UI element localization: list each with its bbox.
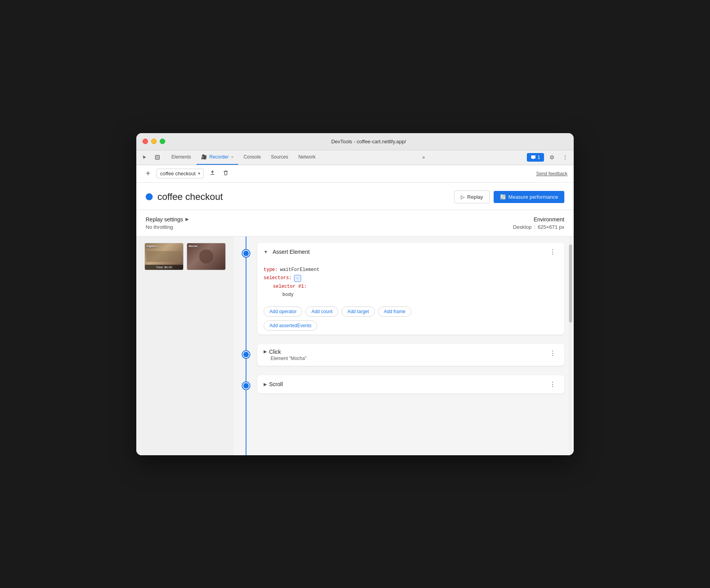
header-actions: ▷ Replay 🔄 Measure performance: [454, 191, 564, 203]
scrollbar[interactable]: [569, 237, 572, 455]
assert-element-code: type: waitForElement selectors: ↖ select…: [257, 261, 564, 303]
inspect-icon-btn[interactable]: [152, 152, 163, 163]
thumbnail-1[interactable]: Capucc... Total: $0.00: [144, 243, 184, 270]
add-target-button[interactable]: Add target: [341, 306, 375, 317]
scroll-step-content: ▶ Scroll ⋮: [257, 375, 564, 394]
close-button[interactable]: [143, 139, 148, 144]
scrollbar-thumb[interactable]: [569, 244, 572, 323]
click-step: ▶ Click Element "Mocha" ⋮: [234, 344, 574, 366]
code-type-value: waitForElement: [280, 266, 319, 274]
measure-icon: 🔄: [500, 194, 506, 200]
scroll-step-title: Scroll: [269, 381, 283, 387]
settings-left: Replay settings ▶ No throttling: [146, 216, 189, 230]
assert-element-header: ▼ Assert Element ⋮: [257, 243, 564, 261]
svg-rect-1: [156, 156, 159, 159]
click-expand-icon[interactable]: ▶: [264, 349, 267, 354]
tab-elements[interactable]: Elements: [167, 150, 196, 165]
thumbnail-strip: Capucc... Total: $0.00 Mocha: [144, 243, 226, 270]
code-type-line: type: waitForElement: [264, 266, 558, 274]
thumbnail-2[interactable]: Mocha: [187, 243, 226, 270]
toolbar-actions: [207, 168, 231, 179]
thumb1-label: Total: $0.00: [145, 265, 183, 270]
maximize-button[interactable]: [160, 139, 165, 144]
scroll-step-inner: ▶ Scroll: [264, 381, 547, 387]
selector-icon: ↖: [294, 275, 301, 282]
settings-right: Environment Desktop | 625×671 px: [513, 216, 564, 230]
minimize-button[interactable]: [151, 139, 157, 144]
assert-action-buttons: Add operator Add count Add target Add fr…: [257, 303, 564, 321]
tab-recorder[interactable]: 🎥 Recorder ×: [196, 150, 238, 165]
more-tabs-icon[interactable]: »: [420, 153, 427, 162]
assert-element-menu-icon[interactable]: ⋮: [547, 248, 558, 257]
assert-step-dot: [243, 250, 250, 257]
replay-settings-arrow-icon: ▶: [186, 217, 189, 222]
scroll-expand-icon[interactable]: ▶: [264, 382, 267, 387]
scroll-step-title-row: ▶ Scroll: [264, 381, 547, 387]
assert-element-step: ▼ Assert Element ⋮ type: waitForElement: [234, 243, 574, 335]
thumb1-cup: [146, 251, 182, 262]
tab-console[interactable]: Console: [239, 150, 266, 165]
chat-button[interactable]: 1: [527, 153, 544, 162]
tab-network-label: Network: [298, 154, 316, 160]
assert-expand-icon[interactable]: ▼: [264, 249, 268, 254]
tab-recorder-close-icon[interactable]: ×: [231, 155, 233, 159]
tab-elements-label: Elements: [171, 154, 191, 160]
add-frame-button[interactable]: Add frame: [378, 306, 411, 317]
assert-element-title: Assert Element: [273, 249, 544, 255]
replay-settings-toggle[interactable]: Replay settings ▶: [146, 216, 189, 223]
settings-icon-btn[interactable]: ⚙: [546, 152, 557, 163]
thumb2-cup: [199, 249, 213, 264]
devtools-window: DevTools - coffee-cart.netlify.app/ Elem…: [136, 133, 574, 455]
chevron-down-icon: ▾: [198, 171, 200, 176]
export-icon: [209, 170, 216, 178]
add-asserted-events-button[interactable]: Add assertedEvents: [264, 321, 317, 331]
tab-network[interactable]: Network: [294, 150, 320, 165]
title-bar: DevTools - coffee-cart.netlify.app/: [136, 133, 574, 150]
environment-label: Environment: [513, 216, 564, 223]
delete-button[interactable]: [220, 168, 231, 179]
steps-panel: ▼ Assert Element ⋮ type: waitForElement: [234, 237, 574, 455]
thumb2-title: Mocha: [189, 245, 224, 248]
tab-recorder-label: Recorder: [209, 154, 228, 160]
code-body-line: body: [264, 291, 558, 299]
code-selectors-line: selectors: ↖: [264, 274, 558, 283]
code-body-value: body: [282, 291, 294, 299]
recorder-toolbar: + coffee checkout ▾ Send feedback: [136, 165, 574, 183]
export-button[interactable]: [207, 168, 218, 179]
measure-label: Measure performance: [508, 194, 558, 200]
replay-settings-label: Replay settings: [146, 216, 183, 223]
dimensions-label: 625×671 px: [538, 224, 564, 230]
recording-title: coffee checkout: [157, 191, 454, 202]
settings-bar: Replay settings ▶ No throttling Environm…: [136, 210, 574, 237]
more-options-icon-btn[interactable]: ⋮: [560, 152, 571, 163]
click-step-subtitle: Element "Mocha": [271, 356, 547, 361]
more-options-icon: ⋮: [562, 154, 568, 160]
assert-element-content: ▼ Assert Element ⋮ type: waitForElement: [257, 243, 564, 335]
thumbnail-panel: Capucc... Total: $0.00 Mocha: [136, 237, 234, 455]
add-recording-button[interactable]: +: [143, 168, 153, 179]
window-title: DevTools - coffee-cart.netlify.app/: [170, 139, 567, 144]
tab-sources[interactable]: Sources: [266, 150, 293, 165]
send-feedback-link[interactable]: Send feedback: [536, 171, 567, 176]
add-operator-button[interactable]: Add operator: [264, 306, 302, 317]
add-count-button[interactable]: Add count: [305, 306, 338, 317]
replay-button[interactable]: ▷ Replay: [454, 191, 489, 203]
tab-bar-left-icons: [139, 152, 163, 163]
scroll-step-dot: [243, 382, 250, 389]
devtools-body: Elements 🎥 Recorder × Console Sources Ne…: [136, 150, 574, 455]
thumb1-title: Capucc...: [146, 245, 182, 248]
tab-sources-label: Sources: [271, 154, 288, 160]
assert-action-buttons-row2: Add assertedEvents: [257, 321, 564, 335]
replay-label: Replay: [467, 194, 483, 200]
recording-selector[interactable]: coffee checkout ▾: [157, 169, 204, 178]
env-detail: Desktop | 625×671 px: [513, 224, 564, 230]
scroll-step-menu-icon[interactable]: ⋮: [547, 380, 558, 389]
cursor-icon-btn[interactable]: [139, 152, 150, 163]
measure-performance-button[interactable]: 🔄 Measure performance: [494, 191, 564, 203]
settings-icon: ⚙: [549, 154, 555, 160]
throttling-label: No throttling: [146, 224, 189, 230]
scroll-step: ▶ Scroll ⋮: [234, 375, 574, 394]
code-type-key: type:: [264, 266, 278, 274]
add-icon: +: [146, 169, 150, 178]
click-step-menu-icon[interactable]: ⋮: [547, 349, 558, 358]
